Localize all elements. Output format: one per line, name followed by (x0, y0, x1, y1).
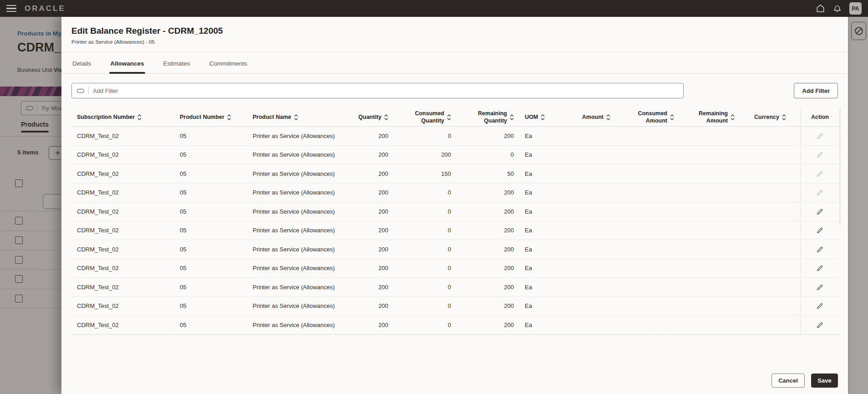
table-row: CDRM_Test_0205Printer as Service (Allowa… (71, 221, 839, 240)
column-header-currency[interactable]: Currency (740, 114, 800, 121)
column-header-remaining_amount[interactable]: RemainingAmount (680, 110, 740, 124)
column-label: Currency (754, 114, 779, 121)
sort-icon[interactable] (541, 114, 545, 120)
edit-pencil-icon[interactable] (817, 227, 823, 234)
bell-icon[interactable] (832, 4, 842, 13)
cell-consumed_quantity: 0 (394, 227, 457, 234)
column-label: RemainingAmount (699, 110, 728, 124)
dialog-footer: Cancel Save (61, 374, 848, 394)
cell-product_name: Printer as Service (Allowances) (247, 322, 352, 328)
cell-product_name: Printer as Service (Allowances) (247, 170, 352, 177)
action-cell (800, 184, 839, 202)
edit-pencil-icon[interactable] (817, 302, 823, 309)
user-avatar[interactable]: PA (849, 2, 862, 15)
cell-uom: Ea (519, 322, 561, 328)
cell-remaining_quantity: 200 (457, 265, 519, 271)
cell-remaining_quantity: 200 (457, 302, 519, 309)
sort-icon[interactable] (670, 114, 674, 120)
cell-product_name: Printer as Service (Allowances) (247, 189, 352, 196)
table-header-row: Subscription NumberProduct NumberProduct… (71, 108, 839, 127)
cell-subscription_number: CDRM_Test_02 (71, 284, 174, 291)
tab-commitments[interactable]: Commitments (208, 52, 248, 73)
edit-pencil-icon (817, 170, 823, 177)
tab-allowances[interactable]: Allowances (109, 52, 145, 73)
cell-subscription_number: CDRM_Test_02 (71, 133, 174, 139)
cell-uom: Ea (519, 227, 561, 234)
column-label: Amount (582, 114, 604, 121)
cell-product_name: Printer as Service (Allowances) (247, 208, 352, 215)
column-header-amount[interactable]: Amount (561, 114, 616, 121)
add-filter-button[interactable]: Add Filter (794, 83, 838, 98)
column-header-quantity[interactable]: Quantity (352, 114, 394, 121)
scrollbar[interactable] (840, 108, 840, 225)
sort-icon[interactable] (782, 114, 786, 120)
cell-quantity: 200 (352, 208, 394, 215)
cell-quantity: 200 (352, 322, 394, 328)
column-header-subscription_number[interactable]: Subscription Number (71, 114, 174, 121)
cell-uom: Ea (519, 189, 561, 196)
dialog-subtitle: Printer as Service (Allowances) - 05 (71, 39, 838, 45)
dialog-title: Edit Balance Register - CDRM_12005 (71, 26, 838, 36)
cell-quantity: 200 (352, 302, 394, 309)
cell-product_number: 05 (174, 170, 247, 177)
edit-pencil-icon[interactable] (817, 246, 823, 253)
sort-icon[interactable] (384, 114, 388, 120)
table-row: CDRM_Test_0205Printer as Service (Allowa… (71, 202, 839, 221)
cell-remaining_quantity: 200 (457, 208, 519, 215)
column-label: Product Name (253, 114, 291, 121)
menu-icon[interactable] (6, 5, 16, 12)
cell-quantity: 200 (352, 284, 394, 291)
cell-remaining_quantity: 200 (457, 227, 519, 234)
oracle-logo: ORACLE (25, 4, 66, 13)
edit-balance-register-dialog: Edit Balance Register - CDRM_12005 Print… (61, 17, 848, 394)
column-header-product_name[interactable]: Product Name (247, 114, 352, 121)
table-body: CDRM_Test_0205Printer as Service (Allowa… (71, 127, 839, 335)
filter-row: Add Filter Add Filter (61, 74, 848, 98)
cell-uom: Ea (519, 208, 561, 215)
home-icon[interactable] (816, 4, 825, 13)
sort-icon[interactable] (447, 114, 451, 120)
save-button[interactable]: Save (811, 374, 838, 388)
cell-uom: Ea (519, 246, 561, 253)
column-header-consumed_amount[interactable]: ConsumedAmount (616, 110, 680, 124)
cell-subscription_number: CDRM_Test_02 (71, 208, 174, 215)
column-header-remaining_quantity[interactable]: RemainingQuantity (457, 110, 519, 124)
cell-remaining_quantity: 200 (457, 246, 519, 253)
sort-icon[interactable] (137, 114, 142, 120)
filter-input[interactable]: Add Filter (71, 83, 684, 98)
column-header-consumed_quantity[interactable]: ConsumedQuantity (394, 110, 457, 124)
column-header-action: Action (800, 108, 839, 126)
column-header-uom[interactable]: UOM (519, 114, 561, 121)
cell-subscription_number: CDRM_Test_02 (71, 170, 174, 177)
filter-placeholder: Add Filter (93, 87, 118, 94)
sort-icon[interactable] (510, 114, 514, 120)
edit-pencil-icon[interactable] (817, 265, 823, 271)
action-cell (800, 240, 839, 259)
table-row: CDRM_Test_0205Printer as Service (Allowa… (71, 316, 839, 335)
screen: Products in My CDRM_T Business Unit Visi… (0, 0, 868, 394)
cell-remaining_quantity: 200 (457, 133, 519, 139)
cell-remaining_quantity: 0 (457, 151, 519, 158)
column-header-product_number[interactable]: Product Number (174, 114, 247, 121)
edit-pencil-icon[interactable] (817, 208, 823, 215)
edit-pencil-icon[interactable] (817, 284, 823, 291)
cell-uom: Ea (519, 265, 561, 271)
cell-consumed_quantity: 0 (394, 284, 457, 291)
sort-icon[interactable] (227, 114, 231, 120)
action-cell (800, 221, 839, 240)
sort-icon[interactable] (606, 114, 610, 120)
cell-product_name: Printer as Service (Allowances) (247, 265, 352, 271)
tab-estimates[interactable]: Estimates (162, 52, 191, 73)
sort-icon[interactable] (294, 114, 298, 120)
cell-consumed_quantity: 0 (394, 246, 457, 253)
cancel-button[interactable]: Cancel (772, 374, 805, 388)
cell-subscription_number: CDRM_Test_02 (71, 322, 174, 328)
sort-icon[interactable] (731, 114, 735, 120)
edit-pencil-icon[interactable] (817, 322, 823, 328)
cell-subscription_number: CDRM_Test_02 (71, 189, 174, 196)
tab-details[interactable]: Details (71, 52, 92, 73)
action-cell (800, 316, 839, 335)
table-row: CDRM_Test_0205Printer as Service (Allowa… (71, 297, 839, 316)
cell-quantity: 200 (352, 265, 394, 271)
cell-subscription_number: CDRM_Test_02 (71, 265, 174, 271)
